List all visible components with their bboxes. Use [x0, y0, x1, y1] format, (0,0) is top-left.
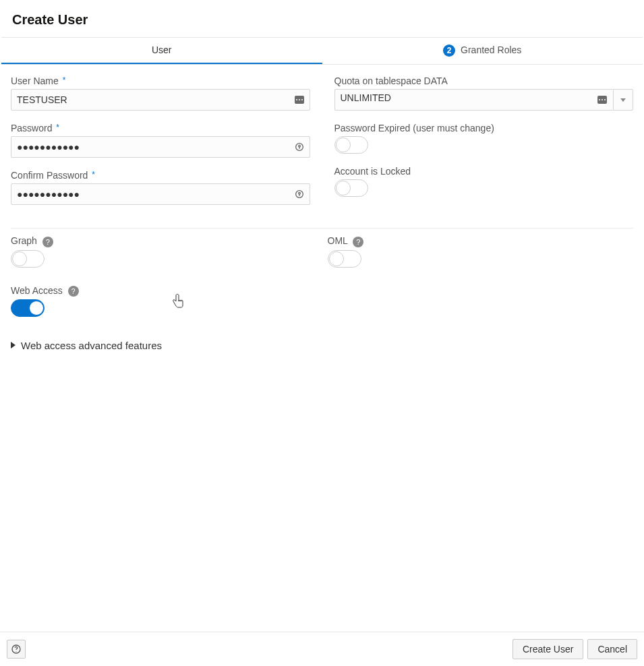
- generate-password-icon[interactable]: [293, 187, 306, 201]
- right-column: Quota on tablespace DATA UNLIMITED Passw…: [329, 75, 639, 217]
- oml-label-text: OML: [328, 235, 348, 246]
- generate-password-icon[interactable]: [293, 140, 306, 154]
- help-icon[interactable]: ?: [353, 237, 363, 247]
- password-expired-label: Password Expired (user must change): [334, 123, 634, 133]
- username-label-text: User Name: [11, 75, 59, 86]
- account-locked-label: Account is Locked: [334, 166, 634, 177]
- account-locked-toggle[interactable]: [334, 179, 368, 197]
- confirm-password-label-text: Confirm Password: [11, 170, 88, 181]
- tabs-bar: User 2 Granted Roles: [1, 37, 643, 65]
- svg-point-3: [298, 193, 300, 195]
- tab-user-label: User: [152, 44, 172, 55]
- confirm-password-input[interactable]: [11, 183, 310, 205]
- ellipsis-icon[interactable]: [595, 93, 609, 107]
- footer: Create User Cancel: [0, 632, 644, 666]
- left-column: User Name * Password *: [5, 75, 316, 217]
- web-access-label: Web Access ?: [11, 285, 317, 297]
- features-row: Graph ? OML ?: [0, 229, 644, 278]
- username-input[interactable]: [11, 89, 310, 111]
- advanced-features-label: Web access advanced features: [21, 340, 162, 351]
- tab-granted-roles-badge: 2: [443, 44, 455, 57]
- cancel-button[interactable]: Cancel: [587, 639, 637, 659]
- confirm-password-label: Confirm Password *: [11, 170, 310, 181]
- footer-help-button[interactable]: [7, 640, 26, 659]
- tab-granted-roles[interactable]: 2 Granted Roles: [322, 38, 643, 64]
- triangle-right-icon: [11, 342, 16, 349]
- chevron-down-icon: [620, 98, 626, 102]
- web-access-label-text: Web Access: [11, 285, 63, 296]
- graph-label: Graph ?: [11, 235, 317, 247]
- password-expired-toggle[interactable]: [334, 136, 368, 154]
- dialog-title: Create User: [0, 0, 644, 37]
- required-marker: *: [56, 123, 59, 132]
- oml-label: OML ?: [328, 235, 634, 247]
- quota-select[interactable]: UNLIMITED: [334, 89, 614, 111]
- password-input[interactable]: [11, 136, 310, 158]
- tab-granted-roles-label: Granted Roles: [461, 44, 521, 55]
- svg-point-5: [16, 651, 16, 652]
- web-access-row: Web Access ?: [0, 278, 644, 328]
- tab-user[interactable]: User: [1, 38, 322, 64]
- required-marker: *: [63, 75, 66, 85]
- quota-value: UNLIMITED: [341, 92, 391, 103]
- quota-dropdown-button[interactable]: [613, 89, 633, 111]
- password-label-text: Password: [11, 123, 52, 133]
- graph-label-text: Graph: [11, 235, 37, 246]
- svg-point-1: [298, 146, 300, 148]
- graph-toggle[interactable]: [11, 250, 45, 268]
- password-label: Password *: [11, 123, 310, 133]
- ellipsis-icon[interactable]: [293, 93, 306, 107]
- advanced-features-expander[interactable]: Web access advanced features: [0, 328, 644, 351]
- create-user-button[interactable]: Create User: [513, 639, 583, 659]
- quota-label: Quota on tablespace DATA: [334, 75, 634, 86]
- help-icon[interactable]: ?: [42, 237, 53, 247]
- required-marker: *: [92, 170, 95, 179]
- web-access-toggle[interactable]: [11, 299, 45, 317]
- help-icon[interactable]: ?: [68, 286, 79, 297]
- oml-toggle[interactable]: [328, 250, 361, 268]
- username-label: User Name *: [11, 75, 310, 86]
- form-body: User Name * Password *: [0, 65, 644, 228]
